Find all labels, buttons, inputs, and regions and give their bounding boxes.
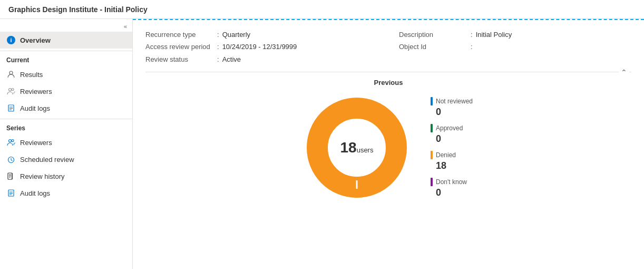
collapse-icon[interactable]: « [124, 23, 127, 30]
denied-label: Denied [436, 151, 456, 159]
legend-item-dont-know: Don't know 0 [431, 178, 473, 198]
approved-bar [431, 124, 433, 132]
scheduled-review-label: Scheduled review [20, 156, 74, 164]
donut-chart-container: 18users [304, 95, 409, 200]
people-series-icon [6, 138, 16, 147]
collapse-button-area[interactable]: « [0, 19, 132, 32]
info-grid: Recurrence type : Quarterly Access revie… [145, 28, 631, 65]
calendar-icon [6, 155, 16, 164]
person-icon [6, 70, 16, 79]
sidebar-item-audit-logs-series[interactable]: Audit logs [0, 185, 132, 201]
denied-bar [431, 151, 433, 159]
top-bar: Graphics Design Institute - Initial Poli… [0, 0, 644, 19]
recurrence-label: Recurrence type [145, 28, 214, 41]
svg-point-8 [12, 140, 14, 142]
not-reviewed-value: 0 [431, 107, 473, 118]
book-icon [6, 171, 16, 181]
dont-know-label: Don't know [436, 178, 467, 186]
sidebar-item-reviewers-current[interactable]: Reviewers [0, 83, 132, 100]
sidebar: « i Overview Current Results [0, 19, 133, 269]
status-label: Review status [145, 53, 214, 65]
main-layout: « i Overview Current Results [0, 19, 644, 269]
info-row-objectid: Object Id : [399, 41, 631, 53]
sidebar-item-review-history[interactable]: Review history [0, 168, 132, 185]
previous-label: Previous [145, 79, 631, 87]
results-label: Results [20, 71, 43, 79]
overview-label: Overview [20, 36, 51, 44]
sidebar-item-scheduled-review[interactable]: Scheduled review [0, 151, 132, 168]
sidebar-item-audit-logs-current[interactable]: Audit logs [0, 100, 132, 117]
info-row-status: Review status : Active [145, 53, 378, 65]
donut-number: 18 [340, 139, 357, 156]
review-history-label: Review history [20, 172, 65, 180]
clipboard-series-icon [6, 188, 16, 198]
current-section-label: Current [0, 51, 132, 66]
not-reviewed-bar [431, 97, 433, 105]
sidebar-item-reviewers-series[interactable]: Reviewers [0, 134, 132, 151]
people-icon [6, 87, 16, 96]
info-row-description: Description : Initial Policy [399, 28, 631, 41]
svg-point-1 [9, 89, 12, 91]
sidebar-item-overview[interactable]: i Overview [0, 32, 132, 49]
info-icon: i [6, 35, 16, 45]
approved-value: 0 [431, 133, 473, 145]
chart-section: 18users Not reviewed 0 Approved [145, 95, 631, 200]
section-divider: ⌃ [145, 72, 631, 72]
reviewers-series-label: Reviewers [20, 139, 52, 147]
recurrence-value: Quarterly [222, 28, 250, 41]
sidebar-item-results[interactable]: Results [0, 66, 132, 83]
content-area: Recurrence type : Quarterly Access revie… [133, 19, 644, 269]
status-value: Active [222, 53, 241, 65]
description-value: Initial Policy [476, 28, 512, 41]
dont-know-value: 0 [431, 187, 473, 198]
info-row-period: Access review period : 10/24/2019 - 12/3… [145, 41, 378, 53]
chart-legend: Not reviewed 0 Approved 0 Denied [431, 97, 473, 198]
svg-point-0 [9, 71, 13, 74]
approved-label: Approved [436, 124, 463, 132]
clipboard-current-icon [6, 103, 16, 113]
period-label: Access review period [145, 41, 214, 53]
description-label: Description [399, 28, 467, 41]
series-section-label: Series [0, 119, 132, 134]
denied-value: 18 [431, 160, 473, 171]
legend-item-approved: Approved 0 [431, 124, 473, 145]
audit-logs-series-label: Audit logs [20, 189, 50, 197]
objectid-label: Object Id [399, 41, 467, 53]
period-value: 10/24/2019 - 12/31/9999 [222, 41, 297, 53]
collapse-section-arrow[interactable]: ⌃ [619, 68, 629, 76]
info-row-recurrence: Recurrence type : Quarterly [145, 28, 378, 41]
reviewers-current-label: Reviewers [20, 88, 52, 95]
donut-center: 18users [340, 139, 374, 157]
not-reviewed-label: Not reviewed [436, 98, 473, 105]
dont-know-bar [431, 178, 433, 186]
donut-unit: users [357, 146, 374, 154]
legend-item-not-reviewed: Not reviewed 0 [431, 97, 473, 118]
audit-logs-current-label: Audit logs [20, 104, 50, 112]
svg-point-7 [9, 140, 12, 142]
page-title: Graphics Design Institute - Initial Poli… [8, 5, 148, 14]
svg-point-2 [12, 89, 14, 91]
legend-item-denied: Denied 18 [431, 151, 473, 171]
